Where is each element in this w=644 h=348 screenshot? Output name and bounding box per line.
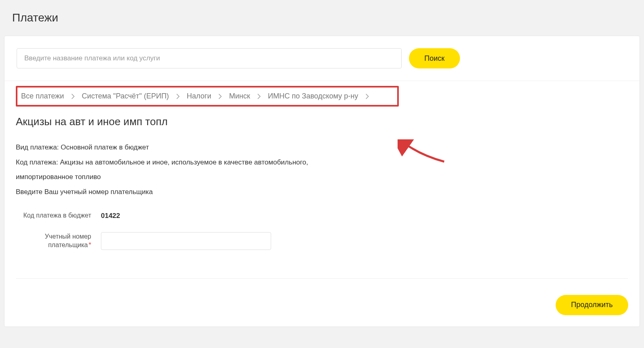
breadcrumb-item-taxes[interactable]: Налоги [185,91,213,101]
info-line: импортированное топливо [16,170,640,185]
chevron-right-icon [257,94,261,99]
search-row: Поиск [4,36,640,81]
content-title: Акцизы на авт и иное имп топл [16,115,640,128]
breadcrumb-item-all[interactable]: Все платежи [19,91,66,101]
info-block: Вид платежа: Основной платеж в бюджет Ко… [16,140,640,199]
chevron-right-icon [71,94,75,99]
chevron-right-icon [366,94,369,99]
form-area: Код платежа в бюджет 01422 Учетный номер… [16,211,628,279]
breadcrumb: Все платежи Система "Расчёт" (ЕРИП) Нало… [16,86,399,107]
chevron-right-icon [218,94,222,99]
info-line: Вид платежа: Основной платеж в бюджет [16,140,640,155]
footer-row: Продолжить [4,295,640,327]
breadcrumb-item-erip[interactable]: Система "Расчёт" (ЕРИП) [80,91,171,101]
breadcrumb-item-imns[interactable]: ИМНС по Заводскому р-ну [266,91,360,101]
code-value: 01422 [101,212,120,220]
search-input[interactable] [17,48,402,68]
required-asterisk-icon: * [89,241,91,248]
form-row-payer: Учетный номер плательщика* [16,232,628,250]
payer-label: Учетный номер плательщика* [16,233,101,250]
main-card: Поиск Все платежи Система "Расчёт" (ЕРИП… [4,36,640,327]
continue-button[interactable]: Продолжить [556,295,628,315]
payer-number-input[interactable] [101,232,271,250]
chevron-right-icon [176,94,180,99]
payer-label-text: Учетный номер плательщика [45,233,91,248]
info-line: Введите Ваш учетный номер плательщика [16,185,640,200]
code-label: Код платежа в бюджет [16,211,101,220]
form-row-code: Код платежа в бюджет 01422 [16,211,628,220]
page-title: Платежи [12,11,640,24]
info-line: Код платежа: Акцизы на автомобильное и и… [16,155,640,170]
search-button[interactable]: Поиск [409,48,460,68]
breadcrumb-item-minsk[interactable]: Минск [227,91,252,101]
